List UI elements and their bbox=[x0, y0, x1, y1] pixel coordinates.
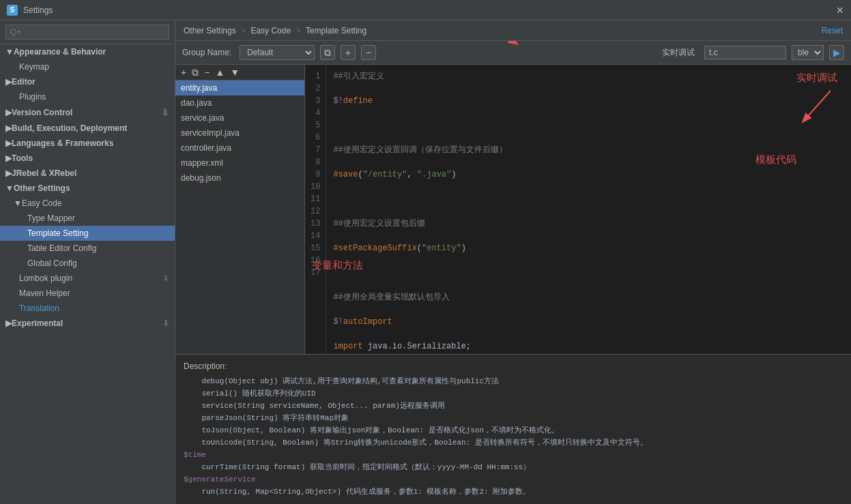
arrow-icon: ▶ bbox=[5, 138, 12, 148]
sidebar-item-label: Global Config bbox=[27, 258, 77, 268]
group-name-label: Group Name: bbox=[182, 48, 231, 57]
breadcrumb-sep-1: > bbox=[241, 26, 248, 35]
search-input[interactable] bbox=[5, 25, 169, 40]
sidebar-item-label: Version Control bbox=[12, 108, 72, 117]
title-bar: S Settings ✕ bbox=[0, 0, 851, 20]
sidebar-item-experimental[interactable]: ▶ Experimental ⬇ bbox=[0, 316, 175, 331]
description-panel: Description: debug(Object obj) 调试方法,用于查询… bbox=[175, 354, 851, 504]
breadcrumb-part-1: Other Settings bbox=[184, 26, 236, 35]
sidebar-item-tools[interactable]: ▶ Tools bbox=[0, 151, 175, 166]
arrow-icon: ▶ bbox=[5, 77, 12, 87]
code-area[interactable]: 12345 678910 1112131415 1617 ##引入宏定义 $!d… bbox=[305, 65, 851, 354]
template-panel: Group Name: Default ⧉ + − bbox=[175, 41, 851, 504]
arrow-icon: ▶ bbox=[5, 318, 12, 328]
arrow-icon: ▼ bbox=[14, 198, 22, 208]
sidebar-item-template-setting[interactable]: Template Setting bbox=[0, 226, 175, 241]
experimental-icon: ⬇ bbox=[162, 318, 169, 328]
file-item-service[interactable]: service.java bbox=[175, 110, 304, 125]
sidebar-item-editor[interactable]: ▶ Editor bbox=[0, 74, 175, 89]
sidebar-item-lombok[interactable]: Lombok plugin ⬇ bbox=[0, 271, 175, 286]
group-select[interactable]: Default bbox=[240, 45, 315, 60]
file-item-serviceimpl[interactable]: serviceImpl.java bbox=[175, 125, 304, 140]
add-group-button[interactable]: + bbox=[341, 45, 356, 60]
sidebar-item-label: Tools bbox=[12, 153, 33, 163]
sidebar-item-global-config[interactable]: Global Config bbox=[0, 256, 175, 271]
sidebar-item-plugins[interactable]: Plugins bbox=[0, 89, 175, 104]
file-item-dao[interactable]: dao.java bbox=[175, 95, 304, 110]
sidebar-item-other-settings[interactable]: ▼ Other Settings bbox=[0, 181, 175, 196]
breadcrumb-sep-2: > bbox=[295, 26, 302, 35]
sidebar-item-version-control[interactable]: ▶ Version Control ⬇ bbox=[0, 104, 175, 121]
sidebar-item-keymap[interactable]: Keymap bbox=[0, 59, 175, 74]
search-box[interactable] bbox=[0, 20, 175, 44]
breadcrumb: Other Settings > Easy Code > Template Se… bbox=[175, 20, 851, 41]
copy-file-button[interactable]: ⧉ bbox=[190, 68, 200, 77]
sidebar: ▼ Appearance & Behavior Keymap ▶ Editor … bbox=[0, 20, 175, 504]
sidebar-item-maven[interactable]: Maven Helper bbox=[0, 286, 175, 301]
remove-group-button[interactable]: − bbox=[361, 45, 376, 60]
reset-button[interactable]: Reset bbox=[822, 26, 843, 35]
sidebar-item-label: Experimental bbox=[12, 318, 63, 328]
debug-select[interactable]: ble bbox=[792, 45, 824, 60]
add-file-button[interactable]: + bbox=[179, 68, 188, 77]
file-item-debug[interactable]: debug.json bbox=[175, 171, 304, 186]
sidebar-item-label: Editor bbox=[12, 77, 35, 87]
description-label: Description: bbox=[184, 360, 843, 372]
arrow-icon: ▼ bbox=[5, 47, 14, 57]
line-numbers: 12345 678910 1112131415 1617 bbox=[305, 65, 326, 354]
sidebar-item-label: Type Mapper bbox=[27, 213, 75, 223]
file-item-controller[interactable]: controller.java bbox=[175, 140, 304, 155]
sidebar-item-type-mapper[interactable]: Type Mapper bbox=[0, 211, 175, 226]
sidebar-item-label: Translation bbox=[19, 303, 59, 313]
sidebar-item-label: Template Setting bbox=[27, 228, 88, 238]
sidebar-item-label: JRebel & XRebel bbox=[12, 168, 76, 178]
sidebar-item-label: Table Editor Config bbox=[27, 243, 96, 253]
move-down-button[interactable]: ▼ bbox=[229, 68, 241, 77]
breadcrumb-part-3: Template Setting bbox=[306, 26, 366, 35]
breadcrumb-part-2: Easy Code bbox=[250, 26, 291, 35]
sidebar-item-appearance[interactable]: ▼ Appearance & Behavior bbox=[0, 44, 175, 59]
code-editor: 12345 678910 1112131415 1617 ##引入宏定义 $!d… bbox=[305, 65, 851, 354]
lombok-icon: ⬇ bbox=[162, 273, 169, 283]
close-button[interactable]: ✕ bbox=[836, 5, 844, 16]
sidebar-item-label: Keymap bbox=[19, 62, 49, 72]
sidebar-item-table-editor[interactable]: Table Editor Config bbox=[0, 241, 175, 256]
debug-label: 实时调试 bbox=[662, 47, 695, 59]
sidebar-item-label: Maven Helper bbox=[19, 288, 70, 298]
sidebar-item-label: Other Settings bbox=[14, 183, 70, 193]
sidebar-item-label: Plugins bbox=[19, 92, 46, 102]
file-list: entity.java dao.java service.java servic… bbox=[175, 80, 304, 354]
code-wrapper: 12345 678910 1112131415 1617 ##引入宏定义 $!d… bbox=[305, 65, 851, 354]
breadcrumb-text: Other Settings > Easy Code > Template Se… bbox=[184, 26, 366, 35]
copy-group-button[interactable]: ⧉ bbox=[320, 45, 335, 60]
sidebar-item-languages[interactable]: ▶ Languages & Frameworks bbox=[0, 136, 175, 151]
sidebar-item-jrebel[interactable]: ▶ JRebel & XRebel bbox=[0, 166, 175, 181]
sidebar-item-label: Languages & Frameworks bbox=[12, 138, 113, 148]
sidebar-item-build[interactable]: ▶ Build, Execution, Deployment bbox=[0, 121, 175, 136]
code-content[interactable]: ##引入宏定义 $!define ##使用宏定义设置回调（保存位置与文件后缀） … bbox=[326, 65, 851, 354]
file-item-mapper[interactable]: mapper.xml bbox=[175, 155, 304, 171]
sidebar-item-label: Easy Code bbox=[22, 198, 62, 208]
group-row: Group Name: Default ⧉ + − bbox=[175, 41, 851, 65]
file-panel: + ⧉ − ▲ ▼ entity.java dao.java service.j… bbox=[175, 65, 305, 354]
vc-icon: ⬇ bbox=[161, 107, 169, 118]
move-up-button[interactable]: ▲ bbox=[214, 68, 226, 77]
sidebar-item-easy-code[interactable]: ▼ Easy Code bbox=[0, 196, 175, 211]
remove-file-button[interactable]: − bbox=[203, 68, 211, 77]
app-icon: S bbox=[7, 5, 18, 16]
file-toolbar: + ⧉ − ▲ ▼ bbox=[175, 65, 304, 80]
arrow-icon: ▶ bbox=[5, 108, 12, 117]
content-area: Other Settings > Easy Code > Template Se… bbox=[175, 20, 851, 504]
sidebar-item-label: Lombok plugin bbox=[19, 273, 72, 283]
sidebar-item-label: Appearance & Behavior bbox=[14, 47, 106, 57]
sidebar-item-translation[interactable]: Translation bbox=[0, 301, 175, 316]
arrow-icon: ▶ bbox=[5, 168, 12, 178]
arrow-icon: ▼ bbox=[5, 183, 14, 193]
arrow-icon: ▶ bbox=[5, 123, 12, 133]
arrow-icon: ▶ bbox=[5, 153, 12, 163]
sidebar-item-label: Build, Execution, Deployment bbox=[12, 123, 127, 133]
run-button[interactable]: ▶ bbox=[829, 45, 844, 60]
debug-input[interactable] bbox=[704, 46, 786, 59]
file-item-entity[interactable]: entity.java bbox=[175, 80, 304, 95]
window-title: Settings bbox=[23, 5, 836, 15]
